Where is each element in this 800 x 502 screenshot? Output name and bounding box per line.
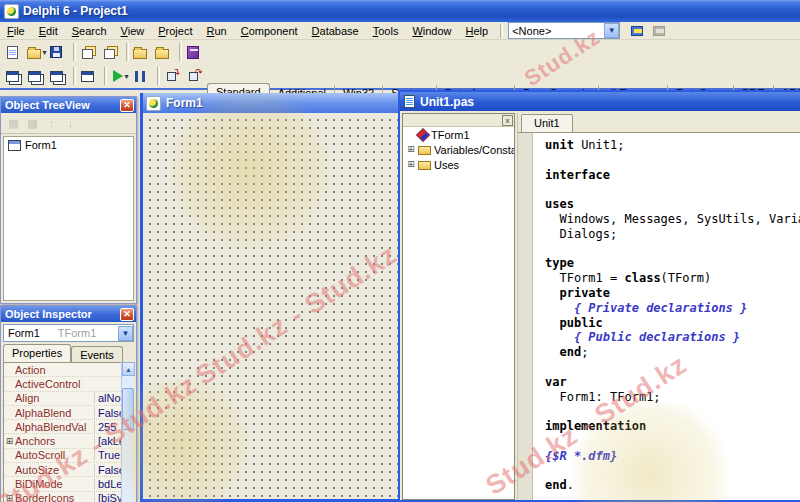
desktop-combo-value: <None>	[509, 25, 604, 37]
form-title-bar[interactable]: Form1	[143, 93, 412, 113]
toolbar-button[interactable]: ▾	[185, 42, 207, 62]
toolbar-button[interactable]: ▾	[132, 42, 154, 62]
save-icon	[50, 46, 62, 58]
scroll-up-icon[interactable]: ▲	[122, 362, 135, 376]
toolbar-button[interactable]: ▾	[48, 66, 70, 86]
property-row[interactable]: ⊞ AlphaBlend False	[4, 406, 133, 420]
toolbar-button[interactable]: ▾	[132, 66, 154, 86]
explorer-item[interactable]: ⊞ Uses	[403, 157, 514, 172]
object-treeview-title-bar[interactable]: Object TreeView ✕	[1, 97, 136, 113]
toolbar-button[interactable]: ▾	[154, 42, 176, 62]
menu-item[interactable]: Tools	[366, 23, 406, 39]
expand-icon[interactable]: ⊞	[406, 160, 416, 170]
toolbar-button[interactable]: ▾	[185, 66, 207, 86]
close-icon[interactable]: x	[502, 115, 513, 126]
inspector-tab[interactable]: Events	[71, 346, 123, 362]
property-row[interactable]: ⊞ ActiveControl	[4, 377, 133, 391]
code-line: { Public declarations }	[545, 330, 800, 345]
tree-item[interactable]: Form1	[4, 137, 133, 153]
code-window-title-bar[interactable]: Unit1.pas	[400, 92, 800, 111]
menu-item[interactable]: Edit	[32, 23, 65, 39]
scrollbar-thumb[interactable]	[122, 388, 134, 430]
move-down-icon: ↓	[68, 117, 74, 129]
menu-item[interactable]: View	[114, 23, 152, 39]
toolbar-button[interactable]: ▾	[26, 42, 48, 62]
toolbar-separator	[179, 43, 182, 61]
property-row[interactable]: ⊞ AutoScroll True	[4, 449, 133, 463]
close-icon[interactable]: ✕	[120, 99, 134, 112]
new-icon	[7, 46, 18, 59]
editor-tab-bar: Unit1	[518, 113, 800, 133]
property-row[interactable]: ⊞ Align alNone	[4, 392, 133, 406]
property-row[interactable]: ⊞ Anchors [akLeft,akT	[4, 434, 133, 448]
menu-item[interactable]: Run	[200, 23, 234, 39]
property-name: AlphaBlendVal	[15, 421, 94, 433]
property-row[interactable]: ⊞ Action	[4, 363, 133, 377]
object-treeview-toolbar: ▩▩↑↓	[1, 113, 136, 134]
code-line	[545, 153, 800, 168]
code-line: type	[545, 256, 800, 271]
desktop-combo[interactable]: <None> ▼	[508, 22, 620, 39]
menu-item[interactable]: Project	[151, 23, 199, 39]
add-file-to-project-icon	[133, 49, 147, 59]
code-line: unit Unit1;	[545, 138, 800, 153]
help-contents-icon	[187, 46, 199, 59]
toolbar-separator	[73, 43, 76, 61]
toolbar-button[interactable]: ▾	[4, 42, 26, 62]
toolbar-button[interactable]: ▾	[79, 42, 101, 62]
toolbar-button[interactable]: ▾	[79, 66, 101, 86]
property-name: Action	[15, 364, 94, 376]
toolbar-button[interactable]: ▾	[4, 66, 26, 86]
pause-icon	[135, 71, 145, 82]
toolbar-button[interactable]: ▾	[110, 66, 132, 86]
menu-item[interactable]: File	[0, 23, 32, 39]
code-line: TForm1 = class(TForm)	[545, 271, 800, 286]
object-inspector-title-bar[interactable]: Object Inspector ✕	[1, 306, 136, 322]
menu-item[interactable]: Help	[459, 23, 496, 39]
step-over-icon	[189, 72, 198, 81]
toolbar-button[interactable]: ▾	[101, 42, 123, 62]
menu-item[interactable]: Window	[405, 23, 458, 39]
toolbar-button[interactable]: ▾	[48, 42, 70, 62]
menu-item[interactable]: Component	[234, 23, 305, 39]
object-selector-combo[interactable]: Form1 TForm1 ▼	[3, 324, 134, 342]
inspector-scrollbar[interactable]: ▲	[121, 362, 134, 502]
menu-item[interactable]: Search	[65, 23, 114, 39]
close-icon[interactable]: ✕	[120, 308, 134, 321]
property-name: ActiveControl	[15, 378, 94, 390]
toolbar-button[interactable]: ↓	[61, 113, 80, 133]
form-title: Form1	[166, 96, 203, 110]
toolbar-button[interactable]: ▩	[4, 113, 23, 133]
editor-tab[interactable]: Unit1	[521, 114, 573, 132]
inspector-tabs: PropertiesEvents	[1, 343, 136, 362]
delphi-app-icon	[4, 4, 19, 19]
toolbar-button[interactable]: ↑	[42, 113, 61, 133]
expand-icon[interactable]: ⊞	[4, 436, 15, 446]
expand-icon[interactable]: ⊞	[406, 145, 416, 155]
expand-icon[interactable]: ⊞	[4, 493, 15, 502]
toolbar-button[interactable]: ▾	[26, 66, 48, 86]
property-row[interactable]: ⊞ BorderIcons [biSystemM	[4, 492, 133, 502]
dropdown-arrow-icon[interactable]: ▾	[42, 48, 46, 57]
chevron-down-icon[interactable]: ▼	[118, 326, 133, 341]
code-line: { Private declarations }	[545, 301, 800, 316]
code-text[interactable]: unit Unit1; interface uses Windows, Mess…	[534, 133, 800, 500]
explorer-item-label: Variables/Constants	[434, 144, 514, 156]
form-design-surface[interactable]	[143, 113, 412, 499]
toolbar-button[interactable]	[648, 21, 670, 41]
property-row[interactable]: ⊞ BiDiMode bdLeftToRi	[4, 477, 133, 491]
property-row[interactable]: ⊞ AutoSize False	[4, 463, 133, 477]
chevron-down-icon[interactable]: ▼	[604, 23, 619, 38]
explorer-item[interactable]: ⊞ Variables/Constants	[403, 142, 514, 157]
dropdown-arrow-icon[interactable]: ▾	[124, 72, 128, 81]
explorer-item-icon	[418, 161, 431, 170]
property-row[interactable]: ⊞ AlphaBlendVal 255	[4, 420, 133, 434]
menu-item[interactable]: Database	[305, 23, 366, 39]
toolbar-button[interactable]	[626, 21, 648, 41]
toolbar-button[interactable]: ▩	[23, 113, 42, 133]
toolbar-button[interactable]: ▾	[163, 66, 185, 86]
inspector-tab[interactable]: Properties	[3, 344, 71, 362]
code-line: end;	[545, 345, 800, 360]
explorer-item[interactable]: ⊞ TForm1	[403, 127, 514, 142]
view-form-icon	[28, 71, 41, 82]
